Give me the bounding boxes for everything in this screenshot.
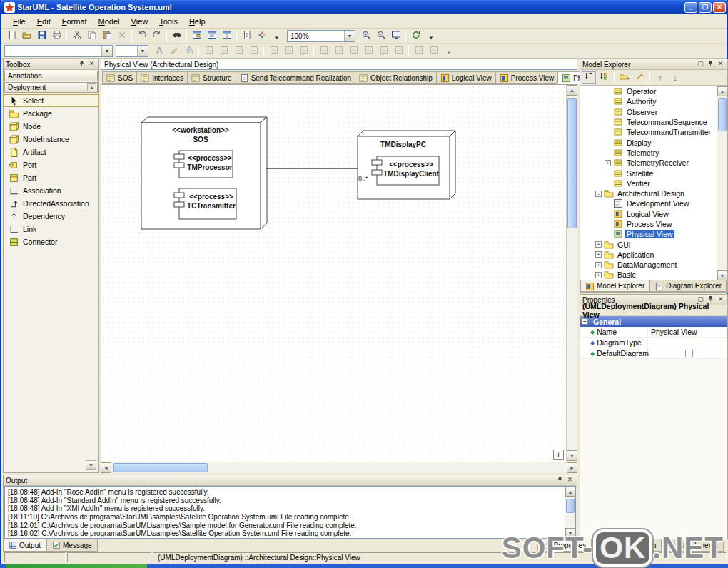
- menu-model[interactable]: Model: [93, 16, 126, 27]
- toolbox-item-package[interactable]: Package: [4, 107, 98, 120]
- cut-button[interactable]: [69, 29, 84, 43]
- ungroup-elements-button[interactable]: [331, 44, 346, 58]
- canvas-horizontal-scrollbar[interactable]: ◄ ►: [101, 462, 577, 473]
- scroll-down-button[interactable]: ▼: [717, 270, 727, 280]
- find-button[interactable]: [169, 29, 184, 43]
- menu-format[interactable]: Format: [56, 16, 93, 27]
- tree-item-process-view[interactable]: +Process View: [580, 219, 727, 229]
- open-button[interactable]: [19, 29, 34, 43]
- property-value-cell[interactable]: Physical View: [648, 327, 727, 337]
- output-log[interactable]: [18:08:48] Add-In "Rose AddIn" menu is r…: [4, 486, 576, 539]
- expander-icon[interactable]: +: [595, 272, 602, 278]
- distribute-menu-button[interactable]: [246, 44, 261, 58]
- overview-window-button[interactable]: [189, 29, 204, 43]
- toolbox-item-artifact[interactable]: Artifact: [4, 146, 98, 158]
- delete-button[interactable]: [114, 29, 129, 43]
- tree-item-telecommandtransmitter[interactable]: +TelecommandTransmitter: [580, 127, 727, 137]
- document-button[interactable]: [239, 29, 254, 43]
- expander-icon[interactable]: +: [605, 160, 611, 166]
- diagram-tab-sos[interactable]: SOS: [102, 71, 136, 84]
- tree-item-telemetryreceiver[interactable]: +TelemetryReceiver: [580, 158, 727, 168]
- diagram-canvas[interactable]: <<workstation>> SOS <<process>> TMProces…: [101, 85, 566, 462]
- scroll-up-button[interactable]: ▲: [565, 487, 575, 497]
- component-tmprocessor[interactable]: <<process>> TMProcessor: [174, 151, 233, 178]
- tree-item-telemetry[interactable]: +Telemetry: [580, 148, 727, 158]
- scroll-left-button[interactable]: ◄: [101, 462, 111, 473]
- zoom-out-button[interactable]: [373, 29, 388, 43]
- tree-item-telecommandsequence[interactable]: +TelecommandSequence: [580, 117, 727, 127]
- zoom-in-button[interactable]: [358, 29, 373, 43]
- expander-icon[interactable]: +: [595, 262, 602, 268]
- collapse-icon[interactable]: −: [582, 318, 588, 325]
- toolbox-item-dependency[interactable]: Dependency: [4, 210, 98, 223]
- font-combo[interactable]: ▼: [4, 45, 113, 57]
- zoom-combo[interactable]: 100% ▼: [287, 30, 355, 42]
- explorer-tab-model-explorer[interactable]: Model Explorer: [580, 280, 649, 292]
- tree-item-basic[interactable]: +Basic: [580, 270, 727, 280]
- property-row-diagramtype[interactable]: ◆DiagramType: [580, 338, 727, 348]
- font-size-combo[interactable]: ▼: [116, 45, 148, 57]
- maximize-icon[interactable]: ▢: [696, 60, 705, 69]
- component-tctransmitter[interactable]: <<process>> TCTransmitter: [174, 188, 236, 219]
- move-up-button[interactable]: ↑: [653, 71, 667, 84]
- group-elements-button[interactable]: [316, 44, 331, 58]
- property-row-defaultdiagram[interactable]: ◆DefaultDiagram: [580, 348, 727, 359]
- property-value-cell[interactable]: [648, 338, 727, 348]
- canvas-zoom-plus-button[interactable]: +: [553, 450, 564, 460]
- zoom-select-button[interactable]: [201, 44, 216, 58]
- scroll-up-icon[interactable]: ▲: [87, 83, 96, 91]
- overflow-button[interactable]: [423, 29, 438, 43]
- chevron-down-icon[interactable]: ▼: [101, 46, 112, 56]
- expander-icon[interactable]: +: [595, 251, 602, 258]
- chevron-down-icon[interactable]: ▼: [344, 31, 355, 41]
- property-row-name[interactable]: ◆NamePhysical View: [580, 327, 727, 338]
- sort-alphabetic-button[interactable]: [582, 71, 596, 84]
- expander-icon[interactable]: -: [595, 191, 602, 197]
- align-right-button[interactable]: [391, 44, 406, 58]
- tree-item-logical-view[interactable]: +Logical View: [580, 209, 727, 219]
- tree-item-operator[interactable]: +Operator: [580, 86, 727, 96]
- dock-tab-output[interactable]: Output: [3, 539, 46, 552]
- scroll-up-button[interactable]: ▲: [717, 86, 727, 96]
- scrollbar-thumb[interactable]: [566, 499, 575, 513]
- menu-tools[interactable]: Tools: [153, 16, 183, 27]
- toolbox-item-node[interactable]: Node: [4, 120, 98, 133]
- toolbox-group-deployment[interactable]: Deployment ▲: [4, 82, 98, 93]
- fit-to-window-button[interactable]: [388, 29, 403, 43]
- diagram-tab-object-relationship[interactable]: Object Relationship: [355, 71, 436, 84]
- menu-help[interactable]: Help: [183, 16, 211, 27]
- refresh-button[interactable]: [408, 29, 423, 43]
- tree-item-gui[interactable]: +GUI: [580, 239, 727, 249]
- canvas-vertical-scrollbar[interactable]: ▲ ▼: [566, 85, 577, 462]
- send-backward-button[interactable]: [296, 44, 311, 58]
- lock-element-button[interactable]: [346, 44, 361, 58]
- save-button[interactable]: [34, 29, 49, 43]
- overflow-button[interactable]: [441, 44, 456, 58]
- package-view-button[interactable]: [617, 71, 632, 84]
- paste-button[interactable]: [99, 29, 114, 43]
- align-menu-button[interactable]: [231, 44, 246, 58]
- diagram-tab-logical-view[interactable]: Logical View: [436, 71, 495, 84]
- pin-icon[interactable]: [555, 476, 565, 485]
- checkbox[interactable]: [685, 350, 693, 357]
- copy-button[interactable]: [84, 29, 99, 43]
- toolbox-item-link[interactable]: Link: [4, 223, 98, 235]
- component-tmdisplayclient[interactable]: <<process>> TMDisplayClient: [372, 156, 440, 185]
- scrollbar-thumb[interactable]: [113, 463, 208, 472]
- diagram-map-button[interactable]: [204, 29, 219, 43]
- scroll-right-button[interactable]: ►: [567, 462, 577, 473]
- scrollbar-thumb[interactable]: [718, 98, 727, 131]
- grid-snap-button[interactable]: [216, 44, 231, 58]
- property-value-cell[interactable]: [648, 348, 727, 358]
- diagram-tab-process-view[interactable]: Process View: [495, 71, 557, 84]
- align-center-button[interactable]: [376, 44, 391, 58]
- tree-item-application[interactable]: +Application: [580, 250, 727, 260]
- dock-tab-message[interactable]: Message: [46, 539, 98, 552]
- tree-item-display[interactable]: +Display: [580, 137, 727, 147]
- tree-item-verifier[interactable]: +Verifier: [580, 178, 727, 188]
- stereotype-wand-button[interactable]: [632, 71, 647, 84]
- tree-item-development-view[interactable]: +Development View: [580, 198, 727, 208]
- diagram-tab-structure[interactable]: Structure: [187, 71, 236, 84]
- new-button[interactable]: [4, 29, 19, 43]
- explorer-tab-diagram-explorer[interactable]: Diagram Explorer: [649, 280, 727, 292]
